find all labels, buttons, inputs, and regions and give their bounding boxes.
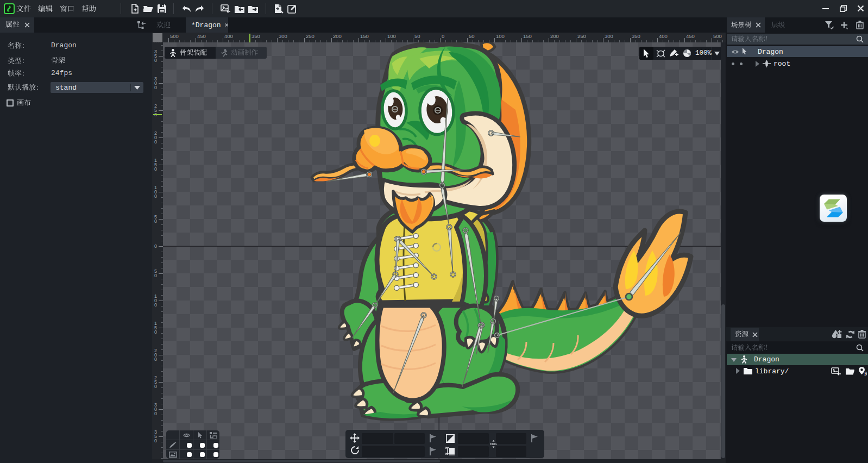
svg-text:350: 350 [251, 33, 260, 39]
svg-text:0: 0 [154, 273, 157, 278]
svg-text:0: 0 [154, 139, 157, 145]
svg-text:0: 0 [154, 384, 157, 389]
svg-text:150: 150 [523, 33, 532, 39]
svg-text:50: 50 [414, 33, 420, 39]
svg-text:300: 300 [605, 33, 613, 39]
svg-text:0: 0 [154, 243, 157, 249]
svg-text:100: 100 [496, 33, 505, 39]
svg-text:R: R [864, 371, 867, 376]
svg-text:0: 0 [154, 329, 157, 335]
svg-text:0: 0 [154, 218, 157, 224]
svg-text:0: 0 [154, 85, 157, 90]
svg-text:0: 0 [154, 302, 157, 308]
svg-text:250: 250 [577, 33, 586, 39]
svg-text:0: 0 [442, 33, 444, 39]
svg-text:100: 100 [387, 33, 396, 39]
svg-text:300: 300 [279, 33, 287, 39]
svg-text:0: 0 [154, 58, 157, 63]
svg-text:200: 200 [550, 33, 559, 39]
svg-text:450: 450 [197, 33, 206, 39]
svg-text:0: 0 [154, 166, 157, 172]
svg-text:0: 0 [154, 411, 157, 416]
svg-text:500: 500 [170, 33, 179, 39]
svg-text:0: 0 [154, 438, 157, 443]
svg-text:0: 0 [154, 193, 157, 199]
svg-text:50: 50 [469, 33, 475, 39]
svg-text:150: 150 [360, 33, 369, 39]
svg-text:500: 500 [713, 33, 722, 39]
svg-text:400: 400 [224, 33, 233, 39]
svg-text:250: 250 [306, 33, 315, 39]
svg-text:0: 0 [154, 356, 157, 362]
svg-text:200: 200 [333, 33, 342, 39]
svg-text:400: 400 [659, 33, 668, 39]
svg-text:450: 450 [686, 33, 695, 39]
svg-text:350: 350 [632, 33, 640, 39]
